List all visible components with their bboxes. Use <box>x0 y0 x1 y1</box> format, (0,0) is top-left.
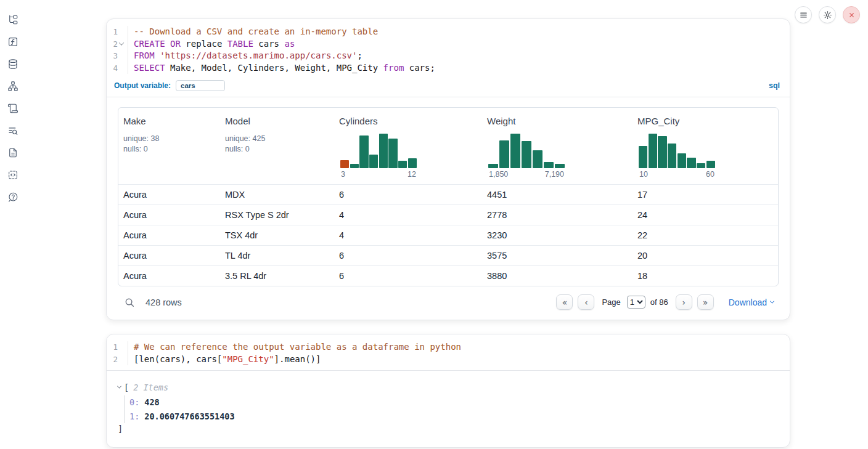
table-row: Acura3.5 RL 4dr6388018 <box>118 265 778 286</box>
table-cell: Acura <box>118 271 220 281</box>
functions-icon[interactable] <box>7 36 18 47</box>
settings-icon <box>823 10 832 20</box>
histogram-max-label: 60 <box>706 170 714 179</box>
datasources-icon[interactable] <box>7 59 18 70</box>
histogram-bar <box>350 164 359 168</box>
tree-entries: 0:4281:20.060747663551403 <box>124 395 780 423</box>
histogram-bar <box>544 162 554 168</box>
table-cell: Acura <box>118 190 220 200</box>
code-token: -- Download a CSV and create an in-memor… <box>134 26 378 36</box>
line-number: 2 <box>107 38 118 51</box>
documentation-icon[interactable] <box>7 147 18 158</box>
logs-icon[interactable] <box>7 125 18 136</box>
code-token: cars <box>253 39 285 49</box>
shutdown-button[interactable] <box>843 6 860 23</box>
first-page-button[interactable]: « <box>556 294 573 310</box>
column-name[interactable]: MPG_City <box>637 116 773 126</box>
table-row: AcuraMDX6445117 <box>118 184 778 204</box>
line-number: 1 <box>107 26 118 38</box>
next-page-button[interactable]: › <box>676 294 692 310</box>
code-text: FROM 'https://datasets.marimo.app/cars.c… <box>134 50 362 62</box>
scratchpad-icon[interactable] <box>7 103 18 114</box>
previous-page-button[interactable]: ‹ <box>578 294 594 310</box>
file-tree-icon[interactable] <box>7 14 18 25</box>
column-name[interactable]: Model <box>225 116 329 126</box>
table-cell: 24 <box>633 210 778 220</box>
column-histogram: 1,8507,190 <box>488 134 565 179</box>
histogram-bar <box>510 134 520 168</box>
help-icon[interactable] <box>7 192 18 203</box>
code-token <box>165 39 170 49</box>
settings-button[interactable] <box>819 6 836 23</box>
page-total-label: of 86 <box>650 297 668 307</box>
table-column-header: Makeunique: 38nulls: 0 <box>118 108 220 184</box>
dependencies-icon[interactable] <box>7 81 18 92</box>
table-cell: 3230 <box>482 230 633 240</box>
page-select[interactable]: 1 <box>627 296 645 309</box>
histogram-min-label: 1,850 <box>489 170 508 179</box>
table-cell: 4 <box>334 210 482 220</box>
histogram-bar <box>639 146 647 168</box>
code-token: TABLE <box>227 39 253 49</box>
code-line: 2CREATE OR replace TABLE cars as <box>107 38 790 51</box>
histogram-bar <box>340 160 349 168</box>
line-number: 2 <box>107 354 118 366</box>
table-cell: 4451 <box>482 190 633 200</box>
histogram-bar <box>499 140 509 168</box>
last-page-button[interactable]: » <box>697 294 714 310</box>
histogram-bar <box>697 163 705 168</box>
code-text: CREATE OR replace TABLE cars as <box>134 38 295 51</box>
code-token: "MPG_City" <box>222 354 274 364</box>
column-name[interactable]: Make <box>123 116 215 126</box>
pagination: « ‹ Page 1 of 86 › » Download <box>556 294 774 310</box>
histogram-min-label: 10 <box>639 170 648 179</box>
snippets-icon[interactable] <box>7 169 18 180</box>
code-token: CREATE <box>134 39 165 49</box>
code-token: replace <box>181 39 227 49</box>
code-token <box>155 51 160 60</box>
page-label: Page <box>602 297 620 307</box>
code-line: 1-- Download a CSV and create an in-memo… <box>107 26 790 38</box>
code-line: 4SELECT Make, Model, Cylinders, Weight, … <box>107 62 790 75</box>
code-token: as <box>284 39 295 49</box>
line-number: 3 <box>107 50 118 62</box>
sql-cell: 1-- Download a CSV and create an in-memo… <box>106 18 790 320</box>
table-cell: 17 <box>633 190 778 200</box>
table-column-header: Modelunique: 425nulls: 0 <box>220 108 334 184</box>
output-variable-input[interactable] <box>176 80 225 91</box>
code-line: 2[len(cars), cars["MPG_City"].mean()] <box>107 354 790 366</box>
table-cell: 3880 <box>482 271 633 281</box>
python-code-editor[interactable]: 1# We can reference the output variable … <box>107 334 790 370</box>
collapse-chevron-icon[interactable] <box>118 386 121 389</box>
code-token: Make, Model, Cylinders, Weight, MPG_City <box>165 63 383 73</box>
table-cell: TSX 4dr <box>220 230 334 240</box>
code-token: ; <box>357 51 362 60</box>
notebook-area: 1-- Download a CSV and create an in-memo… <box>106 0 790 448</box>
column-name[interactable]: Weight <box>487 116 628 126</box>
histogram-bar <box>522 141 531 168</box>
table-cell: Acura <box>118 230 220 240</box>
data-table: Makeunique: 38nulls: 0Modelunique: 425nu… <box>118 107 779 286</box>
sql-code-editor[interactable]: 1-- Download a CSV and create an in-memo… <box>107 19 790 79</box>
menu-button[interactable] <box>795 6 812 23</box>
histogram-bar <box>687 158 695 168</box>
table-cell: 4 <box>334 230 482 240</box>
histogram-bar <box>649 134 657 168</box>
histogram-bar <box>533 150 542 168</box>
table-cell: 3575 <box>482 251 633 261</box>
output-variable-row: Output variable: sql <box>107 79 790 97</box>
histogram-bar <box>555 164 565 168</box>
language-badge: sql <box>769 81 780 90</box>
code-token: 'https://datasets.marimo.app/cars.csv' <box>160 51 357 60</box>
sql-cell-output: Makeunique: 38nulls: 0Modelunique: 425nu… <box>107 97 790 320</box>
fold-chevron-icon[interactable] <box>118 42 125 46</box>
menu-icon <box>799 10 808 20</box>
code-text: SELECT Make, Model, Cylinders, Weight, M… <box>134 62 435 75</box>
column-stat: nulls: 0 <box>225 144 329 155</box>
search-icon[interactable] <box>124 296 136 309</box>
download-button[interactable]: Download <box>729 297 774 307</box>
histogram-min-label: 3 <box>341 170 345 179</box>
table-cell: Acura <box>118 210 220 220</box>
shutdown-icon <box>848 11 856 19</box>
column-name[interactable]: Cylinders <box>339 116 477 126</box>
